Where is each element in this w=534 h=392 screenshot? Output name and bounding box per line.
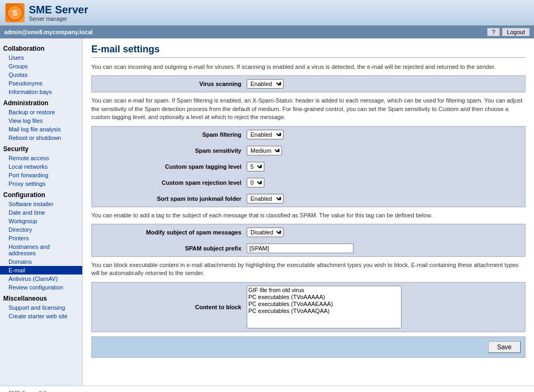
custom-reject-select[interactable]: 0 — [247, 178, 264, 187]
custom-reject-row: Custom spam rejection level 0 — [92, 175, 525, 191]
content-block-row: Content to block GIF file from old virus… — [92, 283, 525, 332]
spam-sensitivity-row: Spam sensitivity Low Medium High Custom — [92, 143, 525, 159]
spam-filtering-select[interactable]: Enabled Disabled — [247, 130, 284, 139]
custom-tag-control: 5 — [247, 162, 264, 171]
content-section: Content to block GIF file from old virus… — [91, 282, 525, 332]
list-item[interactable]: PC executables (TVoAAAAA) — [248, 294, 400, 301]
content-block-control: GIF file from old virusPC executables (T… — [247, 286, 402, 328]
spam-sensitivity-control: Low Medium High Custom — [247, 146, 282, 155]
topbar: admin@sme8.mycompany.local ? Logout — [0, 26, 534, 38]
sidebar-item[interactable]: Information bays — [0, 88, 82, 96]
spam-prefix-row: SPAM subject prefix — [92, 240, 525, 256]
sidebar-item[interactable]: Proxy settings — [0, 179, 82, 188]
layout: CollaborationUsersGroupsQuotasPseudonyms… — [0, 38, 534, 386]
spam-filtering-control: Enabled Disabled — [247, 130, 284, 139]
custom-reject-control: 0 — [247, 178, 264, 187]
virus-desc: You can scan incoming and outgoing e-mai… — [91, 63, 525, 71]
sidebar-item[interactable]: Printers — [0, 234, 82, 242]
subject-section: Modify subject of spam messages Disabled… — [91, 224, 525, 257]
header: S SME Server Server manager — [0, 0, 534, 26]
sort-spam-control: Enabled Disabled — [247, 194, 284, 203]
spam-sensitivity-select[interactable]: Low Medium High Custom — [247, 146, 282, 155]
sidebar-section-title: Miscellaneous — [0, 292, 82, 303]
custom-reject-label: Custom spam rejection level — [97, 179, 247, 186]
sidebar-item[interactable]: Workgroup — [0, 217, 82, 225]
content-desc: You can block executable content in e-ma… — [91, 261, 525, 278]
spam-sensitivity-label: Spam sensitivity — [97, 147, 247, 154]
footer: SME Server 8.0 Copyright 1999-2006 Mitel… — [0, 386, 534, 392]
modify-subject-label: Modify subject of spam messages — [97, 229, 247, 236]
sidebar-item[interactable]: Create starter web site — [0, 312, 82, 320]
main-content: E-mail settings You can scan incoming an… — [83, 38, 534, 386]
logo: S SME Server Server manager — [5, 3, 88, 22]
virus-label: Virus scanning — [97, 81, 247, 87]
spam-prefix-input[interactable] — [247, 244, 354, 253]
custom-tag-select[interactable]: 5 — [247, 162, 264, 171]
logo-title: SME Server — [29, 3, 88, 16]
spam-prefix-label: SPAM subject prefix — [97, 245, 247, 252]
sort-spam-select[interactable]: Enabled Disabled — [247, 194, 284, 203]
logo-text: SME Server Server manager — [29, 3, 88, 22]
sidebar-item[interactable]: Domains — [0, 257, 82, 266]
sidebar-section-title: Collaboration — [0, 42, 82, 53]
virus-control: Enabled Disabled — [247, 79, 284, 89]
save-area: Save — [91, 336, 525, 358]
topbar-actions: ? Logout — [487, 28, 530, 36]
sort-spam-row: Sort spam into junkmail folder Enabled D… — [92, 191, 525, 207]
sidebar-item[interactable]: Date and time — [0, 208, 82, 217]
sidebar-item[interactable]: Reboot or shutdown — [0, 134, 82, 142]
sidebar-item[interactable]: Local networks — [0, 162, 82, 171]
page-title: E-mail settings — [91, 44, 525, 58]
sidebar: CollaborationUsersGroupsQuotasPseudonyms… — [0, 38, 83, 386]
list-item[interactable]: PC executables (TVoAAAEAAA) — [248, 301, 400, 308]
sidebar-section-title: Security — [0, 142, 82, 154]
content-block-list[interactable]: GIF file from old virusPC executables (T… — [247, 286, 402, 328]
content-block-label: Content to block — [97, 304, 247, 310]
sidebar-item[interactable]: Port forwarding — [0, 171, 82, 179]
logout-button[interactable]: Logout — [502, 28, 530, 36]
sidebar-item[interactable]: Mail log file analysis — [0, 125, 82, 134]
sidebar-item[interactable]: Groups — [0, 62, 82, 70]
modify-subject-select[interactable]: Disabled Enabled — [247, 228, 284, 237]
spam-section: Spam filtering Enabled Disabled Spam sen… — [91, 126, 525, 207]
sidebar-item[interactable]: Antivirus (ClamAV) — [0, 275, 82, 283]
spam-filtering-label: Spam filtering — [97, 131, 247, 138]
logo-icon: S — [5, 3, 25, 22]
topbar-user: admin@sme8.mycompany.local — [4, 29, 93, 35]
sidebar-item[interactable]: View log files — [0, 116, 82, 125]
sidebar-item[interactable]: Support and licensing — [0, 303, 82, 312]
sidebar-item[interactable]: Directory — [0, 225, 82, 234]
save-button[interactable]: Save — [488, 341, 521, 353]
spam-prefix-control — [247, 244, 354, 253]
sidebar-item[interactable]: Backup or restore — [0, 108, 82, 116]
help-button[interactable]: ? — [487, 28, 500, 36]
spam-desc: You can scan e-mail for spam. If Spam fi… — [91, 97, 525, 121]
sidebar-item[interactable]: Remote access — [0, 154, 82, 162]
sidebar-item[interactable]: Users — [0, 53, 82, 62]
virus-scanning-select[interactable]: Enabled Disabled — [247, 79, 284, 89]
sort-spam-label: Sort spam into junkmail folder — [97, 195, 247, 202]
virus-row: Virus scanning Enabled Disabled — [92, 76, 525, 92]
sidebar-item[interactable]: Hostnames and addresses — [0, 242, 82, 257]
sidebar-item[interactable]: Pseudonyms — [0, 79, 82, 88]
virus-section: Virus scanning Enabled Disabled — [91, 75, 525, 92]
list-item[interactable]: PC executables (TVoAAAQAA) — [248, 308, 400, 315]
svg-text:S: S — [12, 9, 17, 17]
modify-subject-row: Modify subject of spam messages Disabled… — [92, 224, 525, 240]
logo-sub: Server manager — [29, 16, 88, 22]
sidebar-item[interactable]: Review configuration — [0, 283, 82, 292]
custom-tag-row: Custom spam tagging level 5 — [92, 159, 525, 175]
spam-filtering-row: Spam filtering Enabled Disabled — [92, 127, 525, 143]
sidebar-item[interactable]: E-mail — [0, 266, 82, 275]
list-item[interactable]: GIF file from old virus — [248, 287, 400, 294]
subject-desc: You can enable to add a tag to the subje… — [91, 211, 525, 219]
custom-tag-label: Custom spam tagging level — [97, 163, 247, 170]
sidebar-item[interactable]: Software installer — [0, 200, 82, 208]
sidebar-section-title: Configuration — [0, 188, 82, 200]
modify-subject-control: Disabled Enabled — [247, 228, 284, 237]
sidebar-item[interactable]: Quotas — [0, 70, 82, 79]
sidebar-section-title: Administration — [0, 96, 82, 108]
